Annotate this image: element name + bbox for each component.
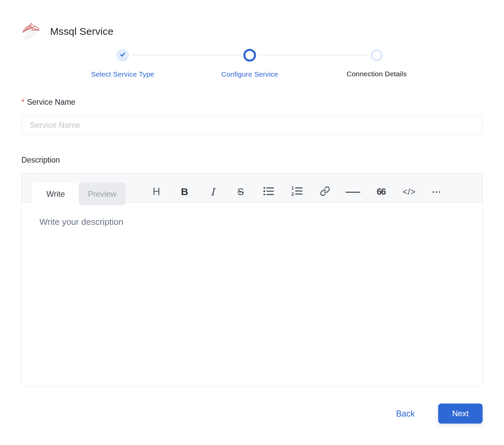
- step-select-service-type[interactable]: Select Service Type: [59, 49, 186, 78]
- service-name-input[interactable]: [21, 115, 483, 135]
- italic-icon: I: [211, 186, 215, 198]
- next-button[interactable]: Next: [438, 404, 483, 424]
- page-title: Mssql Service: [50, 26, 113, 37]
- more-icon: •••: [432, 189, 442, 195]
- svg-text:1: 1: [291, 186, 294, 191]
- tab-preview[interactable]: Preview: [79, 183, 125, 205]
- step-label: Connection Details: [347, 70, 407, 78]
- mssql-logo-icon: [21, 23, 40, 40]
- step-label: Configure Service: [221, 70, 278, 78]
- form-actions: Back Next: [21, 404, 483, 424]
- code-icon: </>: [402, 187, 415, 197]
- strikethrough-button[interactable]: S: [234, 184, 247, 199]
- more-button[interactable]: •••: [430, 184, 444, 199]
- step-completed-circle[interactable]: [116, 49, 129, 62]
- link-button[interactable]: [318, 184, 332, 199]
- quote-icon: 66: [377, 187, 385, 197]
- service-name-label-text: Service Name: [27, 98, 75, 106]
- description-editor: Write Preview H B I S: [21, 173, 483, 387]
- strikethrough-icon: S: [237, 186, 244, 197]
- ordered-list-button[interactable]: 1 2: [290, 184, 303, 199]
- unordered-list-button[interactable]: [262, 184, 275, 199]
- bold-icon: B: [181, 186, 188, 197]
- description-label: Description: [21, 156, 483, 165]
- page-header: Mssql Service: [21, 23, 483, 40]
- unordered-list-icon: [263, 186, 274, 198]
- editor-tabs: Write Preview: [32, 183, 125, 205]
- editor-toolbar: Write Preview H B I S: [22, 174, 482, 203]
- editor-body: [22, 203, 482, 387]
- quote-button[interactable]: 66: [374, 184, 388, 199]
- italic-button[interactable]: I: [206, 184, 219, 199]
- step-connection-details[interactable]: Connection Details: [313, 49, 440, 78]
- horizontal-rule-icon: —: [346, 186, 360, 197]
- link-icon: [320, 186, 330, 198]
- horizontal-rule-button[interactable]: —: [346, 184, 360, 199]
- heading-button[interactable]: H: [150, 184, 163, 199]
- tab-write[interactable]: Write: [32, 183, 79, 205]
- step-pending-circle[interactable]: [371, 49, 383, 61]
- back-button[interactable]: Back: [396, 409, 415, 419]
- configure-service-page: Mssql Service Select Service Type Config…: [0, 0, 504, 424]
- code-button[interactable]: </>: [402, 184, 416, 199]
- description-textarea[interactable]: [22, 203, 482, 387]
- svg-text:2: 2: [291, 191, 294, 196]
- heading-icon: H: [153, 186, 160, 198]
- wizard-stepper: Select Service Type Configure Service Co…: [59, 49, 440, 78]
- step-label: Select Service Type: [91, 70, 154, 78]
- check-icon: [119, 51, 126, 59]
- ordered-list-icon: 1 2: [291, 186, 302, 198]
- step-active-circle[interactable]: [243, 49, 256, 62]
- bold-button[interactable]: B: [178, 184, 191, 199]
- step-configure-service[interactable]: Configure Service: [186, 49, 313, 78]
- service-name-label: *Service Name: [21, 98, 483, 107]
- editor-toolbar-buttons: H B I S: [150, 182, 444, 201]
- required-marker: *: [21, 98, 24, 106]
